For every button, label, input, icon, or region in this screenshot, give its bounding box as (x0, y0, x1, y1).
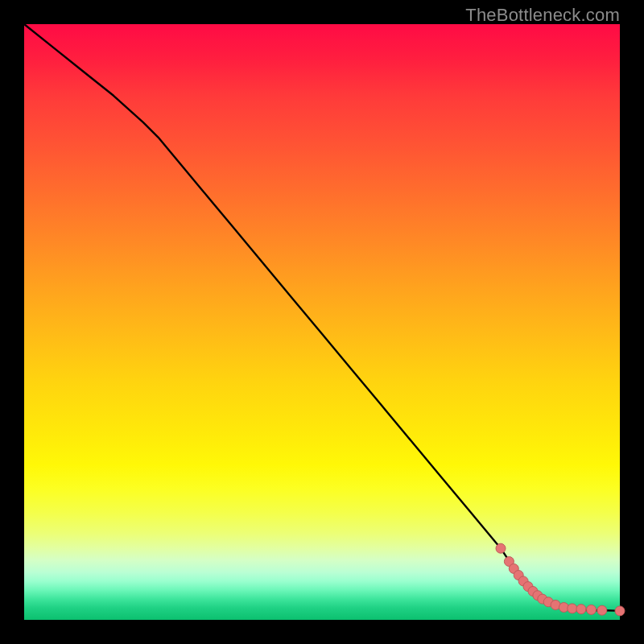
watermark-label: TheBottleneck.com (465, 5, 620, 26)
dot (568, 604, 577, 613)
highlight-dots (496, 543, 625, 616)
chart-overlay (24, 24, 620, 620)
dot (597, 605, 607, 615)
dot (615, 606, 625, 616)
dot (576, 605, 586, 614)
bottleneck-curve (24, 24, 620, 611)
dot (587, 605, 597, 614)
chart-container: TheBottleneck.com (0, 0, 644, 644)
dot (496, 543, 506, 553)
